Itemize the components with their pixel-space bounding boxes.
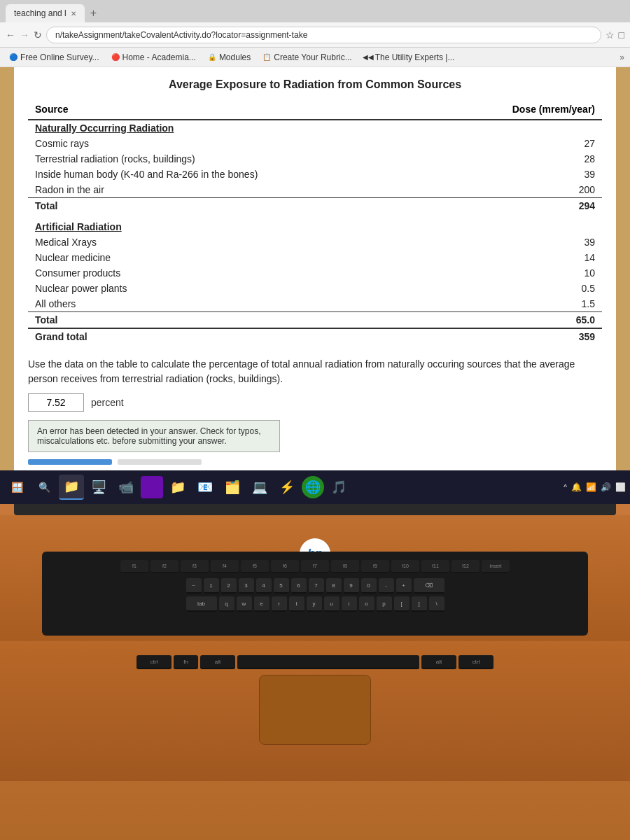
new-tab-button[interactable]: + [88, 7, 99, 20]
key-7[interactable]: 7 [309, 578, 324, 594]
key-backspace[interactable]: ⌫ [414, 578, 444, 594]
key-bracket-l[interactable]: [ [394, 596, 410, 612]
taskbar-monitor-icon[interactable]: 🖥️ [86, 475, 111, 500]
taskbar-file-icon[interactable]: 📁 [59, 475, 84, 500]
key-fn[interactable]: fn [174, 655, 198, 669]
fn-key-f11[interactable]: f11 [421, 560, 449, 573]
key-0[interactable]: 0 [361, 578, 377, 594]
main-content: Average Exposure to Radiation from Commo… [14, 67, 616, 502]
fn-key-f2[interactable]: f2 [150, 560, 178, 573]
tray-wifi-icon[interactable]: 📶 [586, 482, 596, 492]
tray-caret-icon[interactable]: ^ [564, 484, 567, 491]
taskbar-search-icon[interactable]: 🔍 [31, 475, 57, 500]
taskbar-music-icon[interactable]: 🎵 [326, 475, 351, 500]
bookmarks-more-icon[interactable]: » [620, 52, 624, 62]
bookmark-modules[interactable]: 🔒 Modules [204, 52, 253, 63]
fn-key-f3[interactable]: f3 [181, 560, 209, 573]
key-ctrl-l[interactable]: ctrl [136, 655, 172, 669]
key-u[interactable]: u [324, 596, 340, 612]
fn-key-insert[interactable]: insert [482, 560, 510, 573]
natural-total-label: Total [28, 198, 435, 214]
source-others: All others [28, 296, 435, 312]
key-p[interactable]: p [377, 596, 392, 612]
taskbar-video-icon[interactable]: 📹 [113, 475, 139, 500]
taskbar-mail-icon[interactable]: 📧 [192, 475, 218, 500]
tab-close-icon[interactable]: ✕ [71, 10, 76, 18]
key-o[interactable]: o [359, 596, 374, 612]
key-ctrl-r[interactable]: ctrl [458, 655, 493, 669]
key-9[interactable]: 9 [344, 578, 359, 594]
key-1[interactable]: 1 [204, 578, 219, 594]
fn-key-f6[interactable]: f6 [271, 560, 299, 573]
key-4[interactable]: 4 [256, 578, 272, 594]
taskbar-folder-icon[interactable]: 📁 [165, 475, 190, 500]
taskbar-grid-icon[interactable]: 🗂️ [220, 475, 245, 500]
key-e[interactable]: e [254, 596, 270, 612]
fn-key-f5[interactable]: f5 [241, 560, 269, 573]
dose-nuclear-med: 14 [435, 250, 602, 265]
key-t[interactable]: t [289, 596, 304, 612]
key-5[interactable]: 5 [274, 578, 289, 594]
qwerty-row: tab q w e r t y u i o p [ ] \ [48, 596, 582, 612]
source-xrays: Medical Xrays [28, 234, 435, 250]
taskbar-bolt-icon[interactable]: ⚡ [274, 475, 300, 500]
key-space[interactable] [237, 655, 419, 669]
key-i[interactable]: i [342, 596, 357, 612]
dose-radon: 200 [435, 182, 602, 198]
taskbar-system-tray: ^ 🔔 📶 🔊 ⬜ [564, 482, 626, 492]
tray-notification-icon[interactable]: 🔔 [571, 482, 582, 492]
key-minus[interactable]: - [379, 578, 394, 594]
refresh-icon[interactable]: ↻ [34, 29, 42, 41]
back-icon[interactable]: ← [6, 29, 15, 41]
artificial-section-header: Artificial Radiation [28, 219, 602, 234]
url-bar[interactable]: n/takeAssignment/takeCovalentActivity.do… [46, 27, 601, 43]
key-2[interactable]: 2 [221, 578, 237, 594]
fn-key-f9[interactable]: f9 [361, 560, 389, 573]
key-r[interactable]: r [272, 596, 287, 612]
fn-key-f1[interactable]: f1 [120, 560, 148, 573]
taskbar-purple-icon[interactable] [141, 476, 163, 498]
table-row: Nuclear power plants 0.5 [28, 281, 602, 296]
bookmark-star-icon[interactable]: ☆ [606, 29, 615, 41]
bookmark-survey[interactable]: 🔵 Free Online Survey... [6, 52, 102, 63]
table-row: Cosmic rays 27 [28, 136, 602, 151]
answer-input[interactable] [28, 393, 84, 412]
key-alt-l[interactable]: alt [200, 655, 235, 669]
tray-volume-icon[interactable]: 🔊 [601, 482, 611, 492]
fn-key-f12[interactable]: f12 [451, 560, 479, 573]
key-q[interactable]: q [219, 596, 234, 612]
key-w[interactable]: w [237, 596, 252, 612]
fn-key-f10[interactable]: f10 [391, 560, 419, 573]
key-3[interactable]: 3 [239, 578, 254, 594]
forward-icon[interactable]: → [20, 29, 29, 41]
bookmark-academia[interactable]: 🔴 Home - Academia... [108, 52, 199, 63]
key-y[interactable]: y [307, 596, 322, 612]
taskbar-start-icon[interactable]: 🪟 [4, 475, 29, 500]
grand-total-value: 359 [435, 328, 602, 344]
active-tab[interactable]: teaching and l ✕ [6, 4, 85, 22]
key-tilde[interactable]: ~ [186, 578, 202, 594]
fn-key-f4[interactable]: f4 [211, 560, 239, 573]
tray-battery-icon[interactable]: ⬜ [615, 482, 626, 492]
key-backslash[interactable]: \ [429, 596, 444, 612]
bookmark-rubric[interactable]: 📋 Create Your Rubric... [259, 52, 354, 63]
table-row: Terrestrial radiation (rocks, buildings)… [28, 151, 602, 167]
bottom-key-row: ctrl fn alt alt ctrl [136, 655, 493, 669]
bookmark-utility-label: The Utility Experts |... [375, 52, 455, 62]
taskbar-laptop-icon[interactable]: 💻 [247, 475, 272, 500]
touchpad[interactable] [259, 675, 371, 745]
key-8[interactable]: 8 [326, 578, 342, 594]
question-text: Use the data on the table to calculate t… [28, 357, 602, 386]
taskbar-globe-icon[interactable]: 🌐 [302, 476, 324, 498]
key-plus[interactable]: + [396, 578, 412, 594]
key-bracket-r[interactable]: ] [412, 596, 427, 612]
key-tab[interactable]: tab [186, 596, 217, 612]
fn-key-f7[interactable]: f7 [301, 560, 329, 573]
key-alt-r[interactable]: alt [421, 655, 456, 669]
extension-icon[interactable]: □ [619, 29, 624, 41]
key-6[interactable]: 6 [291, 578, 307, 594]
fn-key-f8[interactable]: f8 [331, 560, 359, 573]
bookmark-utility[interactable]: ◀◀ The Utility Experts |... [360, 52, 458, 63]
radiation-table: Source Dose (mrem/year) Naturally Occurr… [28, 99, 602, 344]
modules-icon: 🔒 [207, 52, 217, 62]
